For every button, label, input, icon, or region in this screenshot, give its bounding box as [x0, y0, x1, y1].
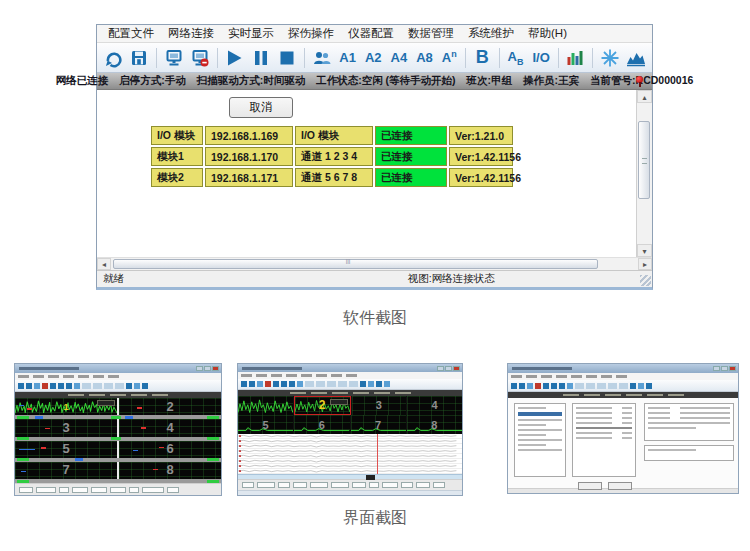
view-a8-button[interactable]: A8	[413, 50, 436, 65]
maximize-icon	[721, 366, 728, 371]
menu-instrument-config[interactable]: 仪器配置	[341, 26, 401, 41]
gate-marker-icon	[19, 405, 24, 407]
table-row[interactable]: 模块2 192.168.1.171 通道 5 6 7 8 已连接 Ver:1.4…	[151, 168, 515, 187]
config-info-panel	[644, 403, 734, 441]
close-icon	[729, 366, 736, 371]
tree-item	[518, 424, 546, 426]
menu-realtime-display[interactable]: 实时显示	[221, 26, 281, 41]
scan-cursor-line	[377, 434, 378, 474]
channel-panel-5: 5	[15, 441, 117, 458]
form-value	[622, 432, 632, 434]
view-b-button[interactable]: B	[471, 47, 494, 68]
view-a2-button[interactable]: A2	[362, 50, 385, 65]
note-line	[648, 449, 696, 451]
menu-config-file[interactable]: 配置文件	[101, 26, 161, 41]
channel-panel-7: 7	[15, 462, 117, 479]
view-an-button[interactable]: An	[439, 49, 460, 65]
mini-title-bar	[508, 364, 738, 373]
mountain-wave-icon[interactable]	[625, 46, 648, 70]
save-icon[interactable]	[127, 46, 150, 70]
module-ip-cell: 192.168.1.169	[205, 126, 293, 145]
menu-bar: 配置文件 网络连接 实时显示 探伤操作 仪器配置 数据管理 系统维护 帮助(H)	[97, 25, 652, 43]
interface-screenshot-caption: 界面截图	[0, 508, 750, 529]
mini-menu-bar	[508, 373, 738, 380]
view-ab-button[interactable]: AB	[505, 49, 527, 67]
table-row[interactable]: 模块1 192.168.1.170 通道 1 2 3 4 已连接 Ver:1.4…	[151, 147, 515, 166]
stop-icon[interactable]	[276, 46, 299, 70]
scroll-right-arrow[interactable]: ▸	[638, 258, 652, 270]
module-status-table: I/O 模块 192.168.1.169 I/O 模块 已连接 Ver:1.21…	[151, 126, 515, 189]
view-a4-button[interactable]: A4	[388, 50, 411, 65]
channel-panel-2: 2	[119, 398, 221, 415]
mini-status-bar	[238, 490, 462, 495]
cancel-button[interactable]: 取消	[229, 97, 293, 118]
menu-help[interactable]: 帮助(H)	[521, 26, 574, 41]
toolbar-separator	[592, 48, 593, 68]
resize-grip[interactable]	[640, 275, 651, 286]
view-an-base: A	[442, 51, 451, 66]
toolbar-separator	[156, 48, 157, 68]
gate-marker-icon	[153, 469, 158, 471]
status-strip: 网络已连接 启停方式:手动 扫描驱动方式:时间驱动 工作状态:空闲 (等待手动开…	[97, 73, 652, 90]
software-screenshot-caption: 软件截图	[0, 308, 750, 329]
ascan-panel-2-active: 2	[294, 396, 351, 415]
snowflake-icon[interactable]	[598, 46, 621, 70]
module-channel-cell: I/O 模块	[295, 126, 373, 145]
scroll-down-arrow[interactable]: ▾	[637, 244, 652, 257]
gate-marker-icon	[159, 447, 164, 449]
users-icon[interactable]	[310, 46, 333, 70]
network-connect-icon[interactable]	[162, 46, 185, 70]
module-status-cell: 已连接	[375, 168, 447, 187]
open-icon[interactable]	[101, 46, 124, 70]
vertical-scroll-track[interactable]	[637, 103, 652, 244]
view-a1-button[interactable]: A1	[336, 50, 359, 65]
form-label	[576, 412, 612, 414]
view-io-button[interactable]: I/O	[529, 50, 552, 65]
gate-marker-icon	[45, 428, 50, 430]
menu-flaw-detection[interactable]: 探伤操作	[281, 26, 341, 41]
info-label	[648, 417, 670, 419]
mini-window-title	[512, 367, 572, 370]
tree-item	[518, 444, 546, 446]
module-name-cell: I/O 模块	[151, 126, 203, 145]
ruler-marker	[366, 475, 375, 480]
status-bar: 就绪 视图:网络连接状态	[97, 270, 652, 287]
close-icon	[453, 366, 460, 371]
info-note	[648, 427, 696, 429]
view-an-sup: n	[451, 49, 457, 59]
network-disconnect-icon[interactable]	[188, 46, 211, 70]
module-version-cell: Ver:1.21.0	[449, 126, 513, 145]
bar-chart-icon[interactable]	[564, 46, 587, 70]
page: 配置文件 网络连接 实时显示 探伤操作 仪器配置 数据管理 系统维护 帮助(H)	[0, 0, 750, 551]
scroll-left-arrow[interactable]: ◂	[97, 258, 111, 270]
horizontal-scroll-track[interactable]	[111, 258, 638, 270]
menu-network[interactable]: 网络连接	[161, 26, 221, 41]
start-icon[interactable]	[223, 46, 246, 70]
ascan-panel-5: 5	[238, 415, 293, 434]
horizontal-scrollbar[interactable]: ◂ ▸	[97, 257, 652, 270]
scroll-up-arrow[interactable]: ▴	[637, 90, 652, 103]
tree-item	[518, 449, 562, 451]
menu-system-maintenance[interactable]: 系统维护	[461, 26, 521, 41]
pin-icon[interactable]	[636, 76, 643, 83]
vertical-scroll-thumb[interactable]	[638, 121, 650, 199]
gate-marker-icon	[137, 407, 142, 409]
table-row[interactable]: I/O 模块 192.168.1.169 I/O 模块 已连接 Ver:1.21…	[151, 126, 515, 145]
info-label	[648, 412, 670, 414]
gate-marker-icon	[133, 450, 138, 452]
vertical-scrollbar[interactable]: ▴ ▾	[637, 90, 652, 257]
channel-panel-1: 1	[15, 398, 117, 415]
pause-icon[interactable]	[249, 46, 272, 70]
content-area: 取消 I/O 模块 192.168.1.169 I/O 模块 已连接 Ver:1…	[97, 90, 652, 257]
horizontal-scroll-thumb[interactable]	[113, 259, 598, 269]
mini-window-buttons	[437, 366, 460, 371]
form-label	[576, 437, 612, 439]
channel-number: 3	[15, 420, 117, 435]
strip-chart-area	[238, 434, 462, 474]
menu-data-management[interactable]: 数据管理	[401, 26, 461, 41]
tree-item	[518, 429, 562, 431]
channel-grid: 1 2 3 4	[15, 398, 221, 483]
toolbar-separator	[499, 48, 500, 68]
info-note	[648, 422, 730, 424]
channel-panel-8: 8	[119, 462, 221, 479]
